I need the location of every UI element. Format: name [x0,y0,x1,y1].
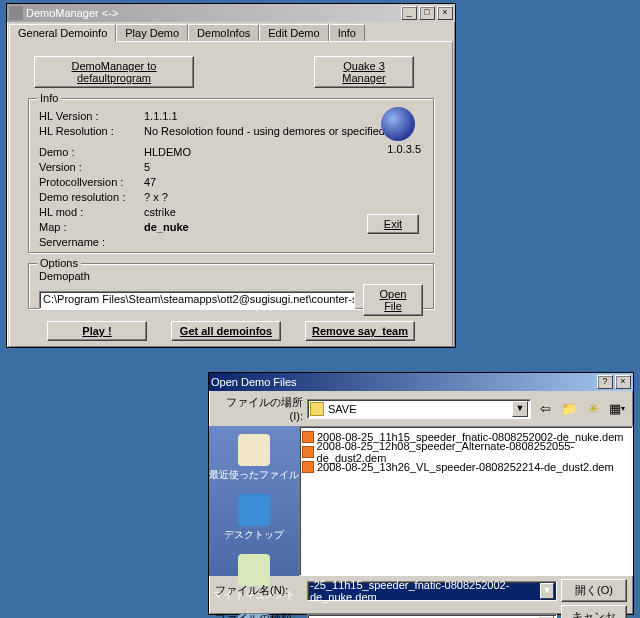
value-map: de_nuke [144,220,189,235]
dm-logo-icon [381,107,415,141]
file-icon [302,446,314,458]
value-protocol: 47 [144,175,156,190]
dm-version: 1.0.3.5 [387,143,421,155]
combo-arrow-icon[interactable]: ▼ [540,583,554,599]
file-row[interactable]: 2008-08-25_13h26_VL_speeder-0808252214-d… [302,459,630,474]
titlebar[interactable]: DemoManager <-> _ □ × [7,4,455,22]
place-desktop[interactable]: デスクトップ [224,494,284,542]
value-hlversion: 1.1.1.1 [144,109,178,124]
filename-value: -25_11h15_speeder_fnatic-0808252002-de_n… [310,579,540,603]
value-demo: HLDEMO [144,145,191,160]
quake3-manager-button[interactable]: Quake 3 Manager [314,56,414,88]
back-icon[interactable]: ⇦ [535,399,555,419]
demopath-label: Demopath [39,270,423,282]
filename-combo[interactable]: -25_11h15_speeder_fnatic-0808252002-de_n… [307,581,557,601]
file-icon [302,431,314,443]
label-map: Map : [39,220,144,235]
tab-general-demoinfo[interactable]: General Demoinfo [9,24,116,42]
tabstrip: General Demoinfo Play Demo DemoInfos Edi… [9,24,453,41]
label-demo: Demo : [39,145,144,160]
demomanager-window: DemoManager <-> _ □ × General Demoinfo P… [6,3,456,348]
views-icon[interactable]: ▦▾ [607,399,627,419]
options-legend: Options [37,257,81,269]
value-demores: ? x ? [144,190,168,205]
maximize-button[interactable]: □ [419,6,435,20]
value-mod: cstrike [144,205,176,220]
open-demo-dialog: Open Demo Files ? × ファイルの場所(I): SAVE ▼ ⇦… [208,372,634,615]
filetype-label: ファイルの種類(T): [215,611,303,619]
file-row[interactable]: 2008-08-25_12h08_speeder_Alternate-08082… [302,444,630,459]
combo-arrow-icon[interactable]: ▼ [512,401,528,417]
lookin-label: ファイルの場所(I): [215,395,303,422]
label-version: Version : [39,160,144,175]
cancel-button[interactable]: キャンセル [561,605,627,618]
info-group: Info 1.0.3.5 HL Version :1.1.1.1 HL Reso… [28,98,434,253]
exit-button[interactable]: Exit [367,214,419,234]
options-group: Options Demopath C:\Program Files\Steam\… [28,263,434,309]
dialog-title: Open Demo Files [211,376,595,388]
label-hlversion: HL Version : [39,109,144,124]
lookin-value: SAVE [328,403,357,415]
value-version: 5 [144,160,150,175]
play-button[interactable]: Play ! [47,321,147,341]
new-folder-icon[interactable]: ✳ [583,399,603,419]
places-bar: 最近使ったファイル デスクトップ マイ ドキュメント マイ コンピュータ マイ … [209,426,299,576]
place-recent[interactable]: 最近使ったファイル [209,434,299,482]
dialog-toolbar: ファイルの場所(I): SAVE ▼ ⇦ 📁 ✳ ▦▾ [209,391,633,426]
remove-sayteam-button[interactable]: Remove say_team [305,321,415,341]
tab-body: DemoManager to defaultprogram Quake 3 Ma… [9,41,453,347]
filetype-combo[interactable]: Half-Life demo files ▼ [307,614,557,618]
up-icon[interactable]: 📁 [559,399,579,419]
dialog-titlebar[interactable]: Open Demo Files ? × [209,373,633,391]
app-icon [9,6,23,20]
info-legend: Info [37,92,61,104]
tab-play-demo[interactable]: Play Demo [116,24,188,41]
value-hlres: No Resolotion found - using demores or s… [144,124,403,139]
label-servername: Servername : [39,235,144,250]
get-all-demoinfos-button[interactable]: Get all demoinfos [171,321,281,341]
defaultprogram-button[interactable]: DemoManager to defaultprogram [34,56,194,88]
dialog-close-button[interactable]: × [615,375,631,389]
minimize-button[interactable]: _ [401,6,417,20]
file-list[interactable]: 2008-08-25_11h15_speeder_fnatic-08082520… [299,426,633,576]
label-demores: Demo resolution : [39,190,144,205]
close-button[interactable]: × [437,6,453,20]
window-title: DemoManager <-> [26,7,399,19]
label-protocol: Protocollversion : [39,175,144,190]
openfile-button[interactable]: Open File [363,284,423,316]
lookin-combo[interactable]: SAVE ▼ [307,399,531,419]
tab-info[interactable]: Info [329,24,365,41]
folder-icon [310,402,324,416]
label-mod: HL mod : [39,205,144,220]
filename-label: ファイル名(N): [215,583,303,598]
help-button[interactable]: ? [597,375,613,389]
tab-edit-demo[interactable]: Edit Demo [259,24,328,41]
tab-demoinfos[interactable]: DemoInfos [188,24,259,41]
open-button[interactable]: 開く(O) [561,579,627,602]
label-hlres: HL Resolution : [39,124,144,139]
demopath-input[interactable]: C:\Program Files\Steam\steamapps\ott2@su… [39,291,355,309]
file-icon [302,461,314,473]
